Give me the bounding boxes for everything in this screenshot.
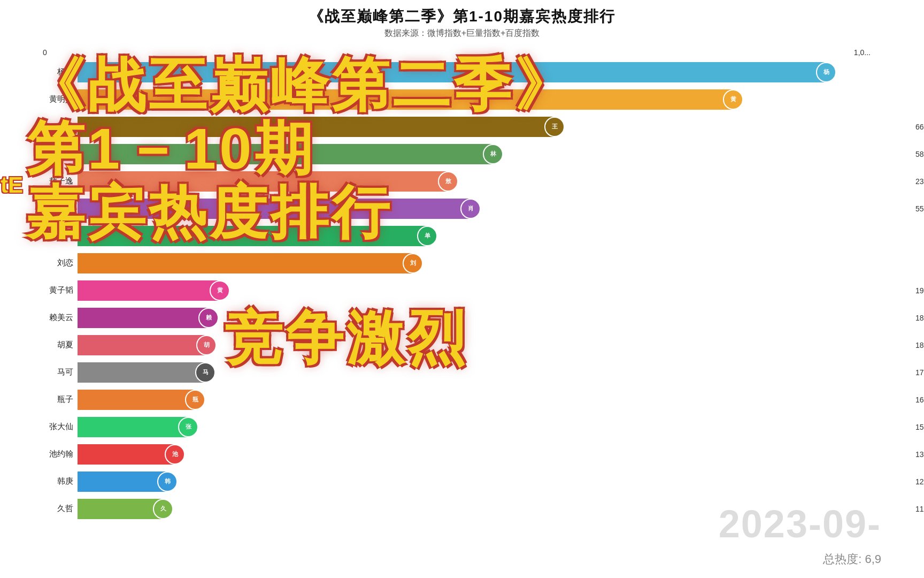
bar-value: 164,529 [915, 396, 924, 404]
bar-avatar: 王 [544, 117, 565, 137]
bar-row: 胡夏胡180,087 [43, 332, 903, 358]
bar-avatar: 马 [195, 362, 215, 383]
bar-fill: 久 [78, 499, 163, 519]
bar-fill: 王 [78, 117, 555, 137]
bar-avatar: 久 [153, 499, 173, 519]
bar-wrapper: 杨 [78, 62, 903, 82]
row-label: 黄明昊 [43, 94, 78, 104]
chart-area: 0 1,0... 杨颖杨黄明昊黄王琳王669,258林墨林582,34-敖子逸敖… [43, 48, 903, 567]
bar-row: 王琳王669,258 [43, 113, 903, 140]
bar-fill: 黄 [78, 89, 733, 110]
bar-avatar: 单 [417, 226, 437, 246]
bar-wrapper: 单 [78, 226, 903, 246]
bar-value: 582,34- [915, 150, 924, 158]
row-label: 胡夏 [43, 340, 78, 350]
bar-fill: 韩 [78, 471, 167, 492]
bar-rows: 杨颖杨黄明昊黄王琳王669,258林墨林582,34-敖子逸敖23-肖顺尧肖55… [43, 59, 903, 567]
bar-wrapper: 敖23- [78, 171, 903, 192]
row-label: 林墨 [43, 149, 78, 159]
bar-row: 马可马179,150 [43, 359, 903, 385]
bar-row: 敖子逸敖23- [43, 168, 903, 194]
bar-wrapper: 黄 [78, 89, 903, 110]
bar-row: 肖顺尧肖550,751 [43, 195, 903, 222]
axis-max-label: 1,0... [854, 48, 871, 57]
bar-avatar: 黄 [723, 89, 743, 110]
chart-container: 《战至巅峰第二季》第1-10期嘉宾热度排行 数据来源：微博指数+巨量指数+百度指… [0, 0, 924, 578]
row-label: 单依纯 [43, 231, 78, 241]
bar-row: 池约翰池136,059 [43, 441, 903, 467]
row-label: 黄子韬 [43, 285, 78, 295]
bar-value: 184,253 [915, 314, 924, 322]
bar-avatar: 赖 [198, 308, 219, 328]
bar-avatar: 瓶 [185, 390, 205, 410]
bar-fill: 敖 [78, 171, 448, 192]
bar-value: 19- [915, 286, 924, 295]
bar-row: 瓶子瓶164,529 [43, 386, 903, 413]
bar-value: 23- [915, 177, 924, 186]
bar-row: 韩庚韩125,403 [43, 468, 903, 495]
bar-avatar: 韩 [157, 471, 178, 492]
bar-wrapper: 韩125,403 [78, 471, 903, 492]
bar-wrapper: 马179,150 [78, 362, 903, 383]
bar-value: 125,403 [915, 477, 924, 486]
bar-wrapper: 赖184,253 [78, 308, 903, 328]
bar-fill: 瓶 [78, 390, 195, 410]
chart-title: 《战至巅峰第二季》第1-10期嘉宾热度排行 [0, 6, 924, 27]
bar-fill: 刘 [78, 253, 413, 273]
bar-fill: 马 [78, 362, 205, 383]
total-score: 总热度: 6,9 [823, 551, 881, 567]
bar-avatar: 杨 [816, 62, 836, 82]
bar-avatar: 张 [178, 417, 198, 437]
row-label: 马可 [43, 367, 78, 377]
bar-wrapper: 黄19- [78, 280, 903, 301]
chart-header: 《战至巅峰第二季》第1-10期嘉宾热度排行 数据来源：微博指数+巨量指数+百度指… [0, 0, 924, 39]
bar-value: 669,258 [915, 123, 924, 131]
row-label: 刘恋 [43, 258, 78, 268]
row-label: 王琳 [43, 121, 78, 132]
chart-subtitle: 数据来源：微博指数+巨量指数+百度指数 [0, 28, 924, 39]
bar-wrapper: 张155,258 [78, 417, 903, 437]
bar-fill: 肖 [78, 199, 471, 219]
bar-avatar: 刘 [403, 253, 423, 273]
axis-zero-label: 0 [43, 48, 47, 57]
bar-avatar: 肖 [460, 199, 481, 219]
bar-wrapper: 刘 [78, 253, 903, 273]
bar-fill: 黄 [78, 280, 220, 301]
bar-fill: 林 [78, 144, 493, 164]
bar-fill: 杨 [78, 62, 826, 82]
date-watermark: 2023-09- [719, 502, 881, 546]
bar-avatar: 胡 [196, 335, 217, 355]
bar-value: 155,258 [915, 423, 924, 431]
bar-wrapper: 池136,059 [78, 444, 903, 465]
bar-avatar: 林 [483, 144, 503, 164]
bar-value: 180,087 [915, 341, 924, 349]
bar-row: 赖美云赖184,253 [43, 305, 903, 331]
bar-wrapper: 瓶164,529 [78, 390, 903, 410]
bar-wrapper: 肖550,751 [78, 199, 903, 219]
row-label: 敖子逸 [43, 176, 78, 186]
bar-row: 黄明昊黄 [43, 86, 903, 112]
bar-row: 张大仙张155,258 [43, 414, 903, 440]
bar-row: 刘恋刘 [43, 250, 903, 276]
bar-row: 单依纯单 [43, 223, 903, 249]
row-label: 久哲 [43, 504, 78, 514]
bar-row: 林墨林582,34- [43, 141, 903, 167]
row-label: 赖美云 [43, 313, 78, 323]
bar-wrapper: 胡180,087 [78, 335, 903, 355]
row-label: 肖顺尧 [43, 203, 78, 214]
bar-fill: 赖 [78, 308, 209, 328]
bar-value: 119,713 [915, 505, 924, 513]
bar-row: 黄子韬黄19- [43, 277, 903, 303]
bar-value: 550,751 [915, 204, 924, 213]
bar-fill: 单 [78, 226, 427, 246]
bar-fill: 池 [78, 444, 175, 465]
bar-wrapper: 王669,258 [78, 117, 903, 137]
row-label: 韩庚 [43, 476, 78, 486]
bar-value: 179,150 [915, 368, 924, 377]
bar-value: 136,059 [915, 450, 924, 459]
row-label: 池约翰 [43, 449, 78, 459]
bar-avatar: 黄 [210, 280, 230, 301]
bar-fill: 张 [78, 417, 188, 437]
bar-fill: 胡 [78, 335, 206, 355]
row-label: 瓶子 [43, 394, 78, 405]
